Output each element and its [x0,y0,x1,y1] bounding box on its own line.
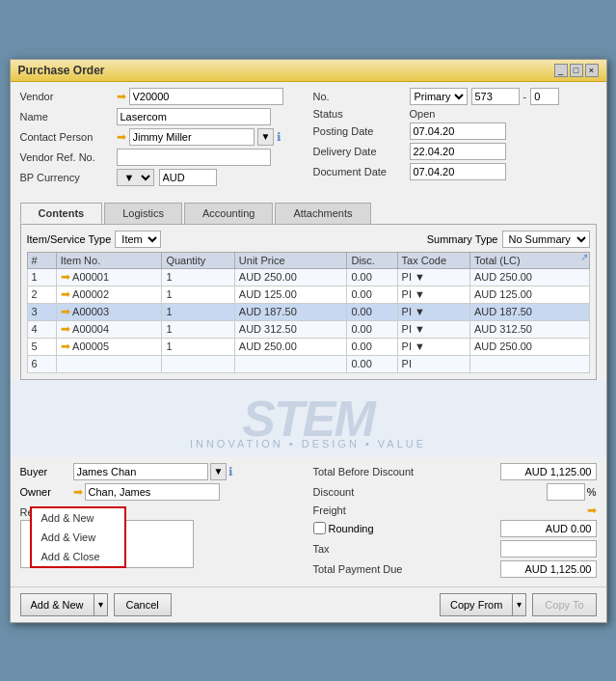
table-row[interactable]: 6 0.00 PI [27,355,589,372]
watermark-area: STEM INNOVATION • DESIGN • VALUE [11,380,606,457]
table-row[interactable]: 1 ➡ A00001 1 AUD 250.00 0.00 PI ▼ AUD 25… [27,268,589,286]
table-row[interactable]: 2 ➡ A00002 1 AUD 125.00 0.00 PI ▼ AUD 12… [27,286,589,303]
col-disc: Disc. [347,252,397,268]
row-item: ➡ A00005 [56,338,162,355]
rounding-check: Rounding [313,522,374,534]
row-disc: 0.00 [347,286,397,303]
dropdown-add-close[interactable]: Add & Close [32,547,124,566]
maximize-button[interactable]: □ [570,64,583,77]
before-discount-value[interactable] [500,463,597,480]
row-qty: 1 [162,286,234,303]
row-tax: PI ▼ [397,286,469,303]
tax-row: Tax [313,540,597,558]
vendor-ref-label: Vendor Ref. No. [20,151,117,163]
row-arrow: ➡ [61,287,70,301]
dropdown-add-new[interactable]: Add & New [32,508,124,528]
item-type-select[interactable]: Item [115,231,161,248]
freight-icon[interactable]: ➡ [587,504,597,517]
table-body: 1 ➡ A00001 1 AUD 250.00 0.00 PI ▼ AUD 25… [27,268,589,372]
form-columns: Vendor ➡ Name Contact Person ➡ [20,88,597,189]
discount-row: Discount % [313,483,597,501]
buyer-dropdown[interactable]: ▼ [210,463,228,480]
tax-dropdown-icon[interactable]: ▼ [415,288,425,300]
name-input[interactable] [117,108,271,125]
add-new-button[interactable]: Add & New [20,593,94,616]
row-tax: PI ▼ [397,320,469,338]
vendor-row: Vendor ➡ [20,88,304,105]
row-disc: 0.00 [347,355,397,372]
row-total: AUD 187.50 [470,303,590,320]
dropdown-add-view[interactable]: Add & View [32,528,124,547]
buttons-row: Add & New ▾ Add & New Add & View Add & C… [11,586,606,622]
row-price [234,355,347,372]
vendor-ref-input[interactable] [117,149,271,166]
posting-row: Posting Date [313,123,597,140]
copy-to-button[interactable]: Copy To [532,593,596,616]
no-type-select[interactable]: Primary [410,88,468,105]
tab-accounting[interactable]: Accounting [184,203,273,224]
tab-logistics[interactable]: Logistics [104,203,182,224]
tax-value[interactable] [500,540,597,558]
tab-bar: Contents Logistics Accounting Attachment… [20,203,597,225]
watermark-subtitle: INNOVATION • DESIGN • VALUE [190,438,426,449]
row-price: AUD 250.00 [234,268,347,286]
cancel-button[interactable]: Cancel [114,593,172,616]
tab-attachments[interactable]: Attachments [275,203,370,224]
table-row[interactable]: 3 ➡ A00003 1 AUD 187.50 0.00 PI ▼ AUD 18… [27,303,589,320]
row-qty [162,355,234,372]
copy-from-button[interactable]: Copy From [440,593,512,616]
row-tax: PI ▼ [397,303,469,320]
rounding-checkbox[interactable] [313,522,326,534]
table-row[interactable]: 5 ➡ A00005 1 AUD 250.00 0.00 PI ▼ AUD 25… [27,338,589,355]
vendor-ref-row: Vendor Ref. No. [20,149,304,166]
contact-input[interactable] [129,128,254,146]
name-value [117,108,271,125]
currency-input[interactable] [159,169,217,186]
owner-label: Owner [20,486,73,498]
tab-contents[interactable]: Contents [20,203,103,224]
tax-dropdown-icon[interactable]: ▼ [415,340,425,352]
owner-row: Owner ➡ [20,483,304,501]
owner-arrow-icon: ➡ [73,485,83,499]
summary-type-select[interactable]: No Summary [502,231,590,248]
bp-currency-label: BP Currency [20,172,117,183]
table-row[interactable]: 4 ➡ A00004 1 AUD 312.50 0.00 PI ▼ AUD 31… [27,320,589,338]
add-new-arrow-button[interactable]: ▾ [94,593,108,616]
vendor-input[interactable] [129,88,283,105]
tax-dropdown-icon[interactable]: ▼ [415,323,425,335]
contact-info-icon[interactable]: ℹ [277,130,281,144]
tax-dropdown-icon[interactable]: ▼ [415,271,425,283]
owner-input[interactable] [85,483,220,501]
discount-pct-input[interactable] [547,483,585,501]
freight-label: Freight [313,504,587,516]
bp-currency-row: BP Currency ▼ [20,169,304,186]
col-price: Unit Price [234,252,347,268]
close-button[interactable]: × [585,64,599,77]
minimize-button[interactable]: _ [554,64,568,77]
delivery-row: Delivery Date [313,143,597,160]
bp-currency-dropdown[interactable]: ▼ [117,169,154,186]
buyer-input[interactable] [73,463,208,480]
status-row: Status Open [313,108,597,120]
posting-input[interactable] [410,123,506,140]
no-row: No. Primary - [313,88,597,105]
items-table: # Item No. Quantity Unit Price Disc. Tax… [27,252,590,373]
tabs-area: Contents Logistics Accounting Attachment… [11,203,606,380]
contact-arrow-icon: ➡ [117,130,126,144]
no-suffix-input[interactable] [530,88,559,105]
document-label: Document Date [313,166,410,177]
owner-input-wrap: ➡ [73,483,220,501]
buyer-info-icon[interactable]: ℹ [228,465,233,478]
rounding-value[interactable] [500,520,597,537]
document-input[interactable] [410,163,506,180]
freight-row: Freight ➡ [313,504,597,517]
delivery-input[interactable] [410,143,506,160]
expand-icon[interactable]: ↗ [580,252,588,262]
contact-value: ➡ ▼ ℹ [117,128,282,146]
tax-dropdown-icon[interactable]: ▼ [415,306,425,317]
total-value[interactable] [500,560,597,578]
no-input[interactable] [471,88,520,105]
rounding-row: Rounding [313,520,597,537]
copy-from-arrow-button[interactable]: ▾ [512,593,526,616]
contact-dropdown[interactable]: ▼ [257,128,275,146]
